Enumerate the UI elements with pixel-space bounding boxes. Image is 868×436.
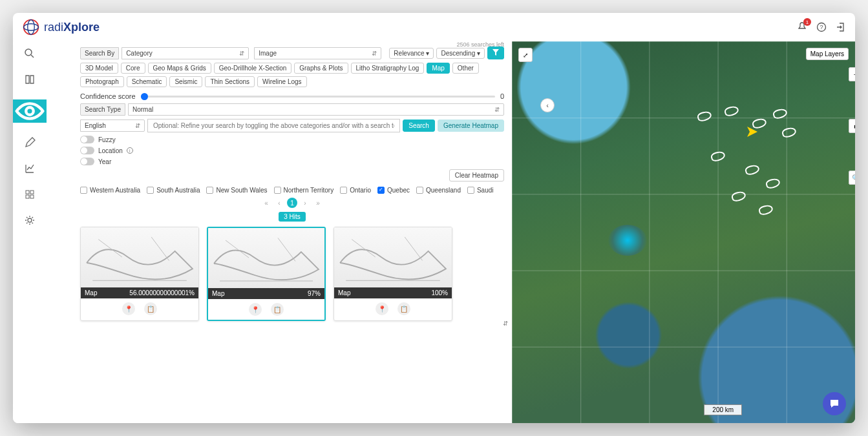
locate-result-icon[interactable]: 📍 (122, 302, 135, 315)
region-south-australia[interactable]: South Australia (147, 187, 200, 194)
result-confidence: 56.00000000000001% (129, 289, 195, 296)
toggle-year[interactable] (80, 158, 94, 165)
result-card[interactable]: Map97%📍📋 (207, 227, 326, 321)
svg-rect-10 (30, 195, 34, 198)
tag-geo-maps-grids[interactable]: Geo Maps & Grids (148, 63, 211, 74)
region-saudi[interactable]: Saudi (467, 187, 494, 194)
relevance-dropdown[interactable]: Relevance ▾ (389, 48, 434, 59)
region-new-south-wales[interactable]: New South Wales (206, 187, 267, 194)
tag-graphs-plots[interactable]: Graphs & Plots (294, 63, 348, 74)
logo[interactable]: radiXplore (22, 18, 100, 36)
toggle-fuzzy[interactable] (80, 136, 94, 143)
checkbox[interactable] (416, 187, 423, 194)
pager-current[interactable]: 1 (287, 198, 297, 208)
svg-point-1 (24, 24, 39, 31)
region-queensland[interactable]: Queensland (416, 187, 461, 194)
copy-result-icon[interactable]: 📋 (271, 303, 284, 316)
search-by-select[interactable]: Category (122, 47, 249, 59)
toggle-location[interactable] (80, 147, 94, 154)
tag-3d-model[interactable]: 3D Model (80, 63, 118, 74)
nav-grid-icon[interactable] (24, 189, 36, 200)
pager-last[interactable]: » (313, 198, 323, 208)
notifications-icon[interactable]: 1 (797, 22, 807, 32)
checkbox[interactable] (377, 187, 385, 194)
clear-heatmap-button[interactable]: Clear Heatmap (449, 169, 504, 182)
tag-map[interactable]: Map (427, 63, 449, 74)
svg-point-6 (26, 107, 34, 115)
image-select[interactable]: Image (254, 47, 381, 59)
result-confidence: 100% (431, 289, 448, 296)
header-bar: radiXplore 1 ? (13, 13, 855, 41)
search-area-icon[interactable]: 🔍 (849, 171, 855, 185)
collapse-panel-button[interactable]: ‹ (540, 98, 555, 112)
pager-next[interactable]: › (300, 198, 310, 208)
language-select[interactable]: English (80, 119, 145, 132)
main-split: ‹ 2506 searches left Search By Category … (47, 41, 855, 423)
result-cards: Map56.00000000000001%📍📋Map97%📍📋Map100%📍📋 (80, 227, 504, 321)
tag-geo-drillhole-x-section[interactable]: Geo-Drillhole X-Section (214, 63, 292, 74)
pager-first[interactable]: « (261, 198, 271, 208)
search-button[interactable]: Search (403, 119, 435, 132)
sidebar (13, 41, 47, 423)
nav-chart-icon[interactable] (24, 163, 36, 174)
thumb-info-bar: Map97% (208, 288, 324, 299)
nav-eye-icon[interactable] (13, 99, 47, 123)
search-type-select[interactable]: Normal (128, 103, 504, 116)
order-dropdown[interactable]: Descending ▾ (436, 48, 485, 59)
region-label: Ontario (350, 187, 371, 194)
checkbox[interactable] (147, 187, 154, 194)
region-western-australia[interactable]: Western Australia (80, 187, 140, 194)
globe-icon (22, 18, 40, 36)
locate-result-icon[interactable]: 📍 (376, 302, 388, 315)
result-thumbnail: Map100% (334, 227, 452, 298)
rect-tool-icon[interactable]: ■ (849, 119, 855, 133)
region-quebec[interactable]: Quebec (377, 187, 410, 194)
chat-icon (829, 398, 840, 410)
checkbox[interactable] (274, 187, 281, 194)
info-icon[interactable]: i (127, 147, 133, 154)
fullscreen-button[interactable]: ⤢ (518, 48, 533, 62)
hits-badge: 3 Hits (279, 212, 306, 222)
copy-result-icon[interactable]: 📋 (144, 302, 157, 315)
nav-search-icon[interactable] (24, 48, 36, 59)
card-actions: 📍📋 (334, 298, 452, 319)
nav-gear-icon[interactable] (24, 214, 36, 226)
tag-seismic[interactable]: Seismic (169, 76, 202, 87)
generate-heatmap-button[interactable]: Generate Heatmap (438, 119, 504, 132)
result-card[interactable]: Map100%📍📋 (333, 227, 452, 321)
locate-result-icon[interactable]: 📍 (249, 303, 262, 316)
checkbox[interactable] (340, 187, 347, 194)
search-input[interactable] (147, 119, 400, 132)
help-icon[interactable]: ? (816, 22, 827, 32)
tag-schematic[interactable]: Schematic (127, 76, 167, 87)
region-northern-territory[interactable]: Northern Territory (274, 187, 334, 194)
tag-photograph[interactable]: Photograph (80, 76, 124, 87)
tag-wireline-logs[interactable]: Wireline Logs (257, 76, 307, 87)
chat-button[interactable] (823, 392, 846, 415)
checkbox[interactable] (467, 187, 474, 194)
map-layers-button[interactable]: Map Layers (806, 48, 849, 60)
pager-prev[interactable]: ‹ (274, 198, 284, 208)
result-card[interactable]: Map56.00000000000001%📍📋 (80, 227, 199, 321)
checkbox[interactable] (80, 187, 87, 194)
card-actions: 📍📋 (208, 299, 324, 320)
nav-book-icon[interactable] (24, 74, 36, 85)
logout-icon[interactable] (836, 22, 846, 32)
copy-result-icon[interactable]: 📋 (397, 302, 410, 315)
svg-point-2 (28, 20, 35, 35)
checkbox[interactable] (206, 187, 213, 194)
zoom-out-button[interactable]: − (849, 67, 855, 81)
search-panel: 2506 searches left Search By Category Im… (47, 41, 512, 423)
tag-other[interactable]: Other (452, 63, 479, 74)
scale-bar: 200 km (704, 404, 742, 415)
confidence-slider[interactable] (141, 96, 495, 98)
search-by-label: Search By (80, 47, 119, 59)
region-ontario[interactable]: Ontario (340, 187, 371, 194)
tag-litho-stratigraphy-log[interactable]: Litho Stratigraphy Log (351, 63, 425, 74)
filter-button[interactable] (487, 47, 504, 59)
map-viewport[interactable]: ⤢ Map Layers ▢ + − ◎ ● ■ ✎ 🗑 🔍 200 k (512, 41, 855, 423)
tag-thin-sections[interactable]: Thin Sections (205, 76, 255, 87)
slider-thumb[interactable] (141, 93, 148, 100)
tag-core[interactable]: Core (121, 63, 145, 74)
nav-pencil-icon[interactable] (24, 137, 36, 149)
